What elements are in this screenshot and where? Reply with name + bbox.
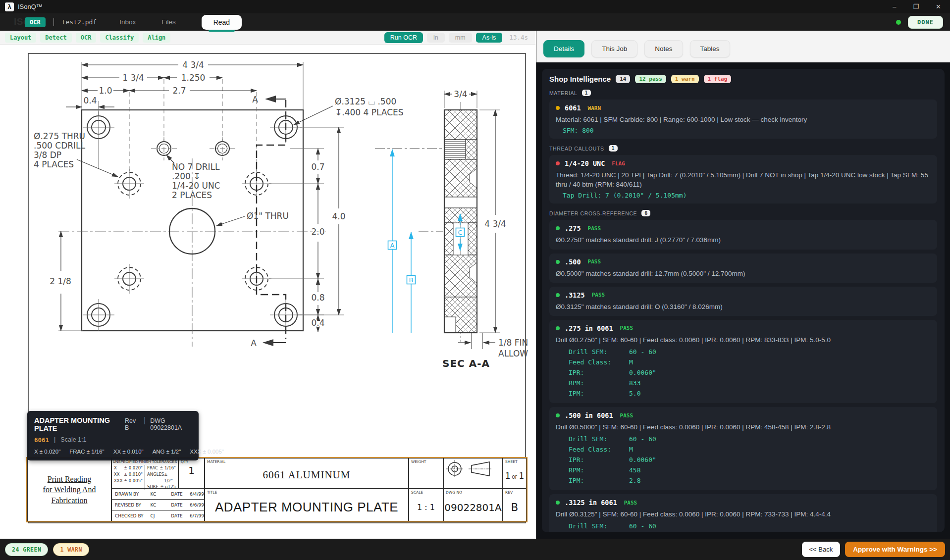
dim-2-7: 2.7 <box>172 86 186 96</box>
stage-pill-layout[interactable]: Layout <box>5 33 36 43</box>
titleblock-scale-cell: SCALE 1 : 1 <box>409 489 443 521</box>
datum-c-label: C <box>458 229 462 236</box>
drawing-canvas[interactable]: 4 3/4 1 3/4 1.250 1.0 2.7 0.4 2 1/8 0.7 … <box>0 45 536 539</box>
status-badge: PASS <box>588 258 601 265</box>
flag-dot <box>556 161 560 165</box>
titleblock-signatures: DRAWN BYKCDATE6/4/99 REVISED BYKCDATE6/6… <box>111 489 205 521</box>
cut-label-top: A <box>252 95 258 104</box>
status-dot-green <box>896 20 901 25</box>
tab-tables[interactable]: Tables <box>690 40 730 57</box>
stage-pill-align[interactable]: Align <box>143 33 170 43</box>
feeds-speeds-table: Drill SFM:60 - 60 Feed Class:M IPR:0.006… <box>556 347 931 399</box>
panel-title: Shop Intelligence <box>549 75 611 83</box>
status-badge: WARN <box>588 105 601 111</box>
datum-a-label: A <box>390 242 395 249</box>
panel-tab-strip: Details This Job Notes Tables <box>536 31 950 62</box>
dim-overall-width: 4 3/4 <box>182 60 204 70</box>
dim-2-0: 2.0 <box>311 227 324 237</box>
pass-dot <box>556 326 560 330</box>
tab-details[interactable]: Details <box>543 40 584 57</box>
status-bar: 24 GREEN 1 WARN << Back Approve with War… <box>0 539 950 560</box>
flag-count-badge: 1 flag <box>704 75 732 83</box>
tab-notes[interactable]: Notes <box>644 40 683 57</box>
diameter-entry-detailed[interactable]: .500 in 6061PASS Drill Ø0.5000" | SFM: 6… <box>549 407 937 490</box>
overlay-rev: Rev B <box>125 417 139 431</box>
drawing-info-overlay: ADAPTER MOUNTING PLATE Rev B | DWG 09022… <box>27 411 199 460</box>
titleblock-title-cell: TITLE ADAPTER MOUNTING PLATE <box>205 489 409 521</box>
overlay-scale: Scale 1:1 <box>60 436 86 444</box>
ocr-mode-badge: OCR <box>25 17 46 27</box>
approve-with-warnings-button[interactable]: Approve with Warnings >> <box>845 542 945 557</box>
title-block-highlight[interactable]: Print Readingfor Welding AndFabrication … <box>26 457 528 522</box>
close-icon[interactable]: ✕ <box>936 3 941 10</box>
diameter-entry-detailed[interactable]: .3125 in 6061PASS Drill Ø0.3125" | SFM: … <box>549 494 937 532</box>
section-thread-callouts: THREAD CALLOUTS1 <box>549 145 937 152</box>
unit-in-button[interactable]: in <box>427 33 445 43</box>
titleblock-dwgno-cell: DWG NO 09022801A <box>443 489 503 521</box>
tab-read-active[interactable]: Read <box>202 15 242 30</box>
stage-pill-ocr[interactable]: OCR <box>76 33 97 43</box>
app-logo-icon: λ <box>5 2 14 11</box>
done-button[interactable]: DONE <box>908 16 943 29</box>
pass-count-badge: 12 pass <box>635 75 666 83</box>
back-button[interactable]: << Back <box>802 542 841 557</box>
note-3125-line2: ↧.400 4 PLACES <box>335 107 404 117</box>
dim-1-3-4: 1 3/4 <box>122 73 144 83</box>
unit-mm-button[interactable]: mm <box>449 33 472 43</box>
status-badge: PASS <box>624 500 637 506</box>
tab-files[interactable]: Files <box>161 18 176 26</box>
note-275-line3: 3/8 DP <box>34 150 61 160</box>
dim-section-height: 4 3/4 <box>484 219 506 229</box>
dim-section-width: 3/4 <box>454 89 467 99</box>
dim-0-4-top: 0.4 <box>83 96 97 105</box>
material-entry[interactable]: 6061 WARN Material: 6061 | SFM Carbide: … <box>549 100 937 139</box>
third-angle-projection-icon <box>444 458 493 479</box>
ocr-toolbar: Layout Detect OCR Classify Align Run OCR… <box>0 31 536 45</box>
restore-icon[interactable]: ❐ <box>913 3 919 10</box>
status-badge: PASS <box>620 325 633 331</box>
note-275-line2: .500 CDRILL <box>34 141 86 151</box>
titleblock-tolerances-cell: UNSPECIFIED FINISH TOLERANCES X± 0.020" … <box>111 458 178 489</box>
dim-1-250: 1.250 <box>181 73 206 83</box>
minimize-icon[interactable]: – <box>893 3 896 10</box>
dim-0-7: 0.7 <box>311 162 324 172</box>
stage-pill-detect[interactable]: Detect <box>40 33 71 43</box>
overlay-material: 6061 <box>34 436 49 444</box>
run-ocr-button[interactable]: Run OCR <box>384 32 423 43</box>
divider <box>53 18 54 26</box>
total-count-badge: 14 <box>616 75 630 83</box>
diameter-entry[interactable]: .500PASS Ø0.5000" matches standard drill… <box>549 254 937 283</box>
tab-inbox[interactable]: Inbox <box>119 18 136 26</box>
note-no7-line2: .200 ↧ <box>172 171 201 181</box>
ocr-elapsed-time: 13.4s <box>509 34 528 41</box>
diameter-entry-detailed[interactable]: .275 in 6061PASS Drill Ø0.2750" | SFM: 6… <box>549 320 937 403</box>
section-title: SEC A-A <box>442 357 490 369</box>
pass-dot <box>556 226 560 230</box>
fin-allow-line1: 1/8 FIN <box>498 338 528 348</box>
status-badge: PASS <box>588 225 601 232</box>
stage-pill-classify[interactable]: Classify <box>100 33 139 43</box>
diameter-entry[interactable]: .3125PASS Ø0.3125" matches standard dril… <box>549 287 937 316</box>
note-1in-thru: Ø1" THRU <box>247 211 289 221</box>
unit-asis-button[interactable]: As-is <box>476 33 503 43</box>
feeds-speeds-table: Drill SFM:60 - 60 Feed Class:M IPR:0.006… <box>556 521 931 532</box>
pass-dot <box>556 413 560 417</box>
status-badge: PASS <box>592 292 605 298</box>
overlay-dwg: DWG 09022801A <box>150 417 192 431</box>
section-diameter-xref: DIAMETER CROSS-REFERENCE6 <box>549 210 937 216</box>
note-3125-line1: Ø.3125 ⌴ .500 <box>335 97 396 106</box>
green-count-pill: 24 GREEN <box>5 543 48 556</box>
tab-this-job[interactable]: This Job <box>591 40 637 57</box>
dim-0-4-bottom: 0.4 <box>311 318 324 328</box>
cut-label-bottom: A <box>251 338 257 348</box>
diameter-entry[interactable]: .275PASS Ø0.2750" matches standard drill… <box>549 220 937 249</box>
warn-count-pill: 1 WARN <box>53 543 89 556</box>
details-panel[interactable]: Shop Intelligence 14 12 pass 1 warn 1 fl… <box>536 62 950 539</box>
shop-intelligence-header: Shop Intelligence 14 12 pass 1 warn 1 fl… <box>549 75 937 83</box>
thread-entry[interactable]: 1/4-20 UNC FLAG Thread: 1/4-20 UNC | 20 … <box>549 155 937 204</box>
overlay-title: ADAPTER MOUNTING PLATE <box>34 416 120 432</box>
dim-1-0: 1.0 <box>99 86 112 96</box>
open-file-name[interactable]: test2.pdf <box>62 18 97 26</box>
fin-allow-line2: ALLOW <box>498 349 528 358</box>
feeds-speeds-table: Drill SFM:60 - 60 Feed Class:M IPR:0.006… <box>556 434 931 486</box>
